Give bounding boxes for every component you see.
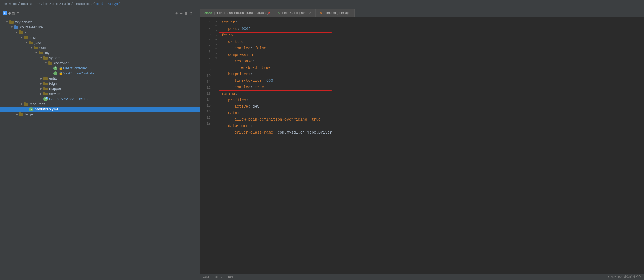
settings-icon[interactable]: ⚙ <box>190 11 192 16</box>
tab-feignconfig[interactable]: C FeignConfig.java ✕ <box>274 9 316 17</box>
tree-label: resources <box>30 102 45 106</box>
line-col: 18:1 <box>227 275 233 279</box>
tree-item-src[interactable]: ▼ src <box>0 30 200 35</box>
svg-text:y: y <box>31 108 32 111</box>
expand-arrow[interactable]: ▶ <box>15 113 19 116</box>
expand-arrow[interactable]: ▼ <box>44 62 48 64</box>
tree-label: target <box>25 112 34 116</box>
tree-item-xxy-service[interactable]: ▼ xxy-service <box>0 19 200 25</box>
tab-pomxml[interactable]: m pom.xml (user-api) <box>316 9 354 17</box>
code-line-4: okhttp: <box>222 39 644 45</box>
line-numbers: 1 2 3 4 5 6 7 8 9 10 11 12 13 14 15 16 1 <box>200 17 213 274</box>
tree-item-xxy[interactable]: ▼ xxy <box>0 50 200 55</box>
code-editor[interactable]: server: port: 9002 feign: okhttp: <box>219 17 644 274</box>
tree-item-mapper[interactable]: ▶ mapper <box>0 86 200 91</box>
code-line-14: active: dev <box>222 104 644 110</box>
tree-label: com <box>39 46 46 50</box>
folder-icon <box>19 30 24 34</box>
code-line-17: datasource: <box>222 123 644 129</box>
tree-label: system <box>49 56 60 60</box>
expand-arrow[interactable]: ▼ <box>19 36 24 39</box>
encoding: UTF-8 <box>215 275 223 279</box>
breadcrumb: service / course-service / src / main / … <box>0 0 644 8</box>
panel-icon: ≡ <box>3 11 7 15</box>
folder-icon <box>43 82 48 86</box>
svg-rect-0 <box>9 21 14 24</box>
expand-arrow[interactable]: ▶ <box>39 82 43 85</box>
tree-item-main[interactable]: ▼ main <box>0 35 200 40</box>
tree-item-course-service[interactable]: ▼ course-service <box>0 25 200 30</box>
svg-rect-22 <box>43 88 48 90</box>
tree-item-com[interactable]: ▼ com <box>0 45 200 50</box>
class-icon: C <box>53 71 58 75</box>
tree-label: XxyCourseController <box>63 71 96 75</box>
expand-arrow[interactable]: ▼ <box>24 41 29 44</box>
lock-badge: 🔒 <box>59 66 63 70</box>
svg-rect-15 <box>43 56 45 57</box>
tree-item-system[interactable]: ▼ system <box>0 55 200 60</box>
tree-item-entity[interactable]: ▶ entity <box>0 76 200 81</box>
panel-dropdown-btn[interactable]: ▼ <box>16 11 20 15</box>
expand-arrow[interactable]: ▼ <box>34 51 38 54</box>
code-line-2: port: 9002 <box>222 26 644 32</box>
tree-label: src <box>25 30 29 34</box>
code-line-5: enabled: false <box>222 45 644 52</box>
class-icon: C <box>53 66 58 70</box>
expand-arrow[interactable]: ▼ <box>10 26 14 29</box>
tree-label: java <box>35 40 41 45</box>
panel-header: ≡ 项目 ▼ ⊕ ≡ ⇅ ⚙ — <box>0 8 200 18</box>
close-icon[interactable]: — <box>194 11 197 16</box>
tree-label: HeartController <box>63 66 87 70</box>
java-icon: C <box>278 11 281 15</box>
folder-icon <box>43 77 48 80</box>
tree-label: CourseServiceApplication <box>49 97 89 101</box>
tree-item-java[interactable]: ▼ java <box>0 40 200 45</box>
code-line-7: response: <box>222 58 644 65</box>
tree-label: feign <box>49 81 57 86</box>
svg-rect-34 <box>19 113 23 116</box>
folder-icon <box>43 56 48 60</box>
expand-icon[interactable]: ⇅ <box>185 11 187 16</box>
expand-arrow[interactable]: ▼ <box>15 31 19 34</box>
status-bar: YAML UTF-8 18:1 CSDN @小咸鱼的技术杂 <box>200 274 644 280</box>
expand-arrow[interactable]: ▼ <box>39 56 43 59</box>
svg-rect-17 <box>48 61 50 62</box>
tree-item-service[interactable]: ▶ service <box>0 91 200 96</box>
tree-item-xxy-course-controller[interactable]: C 🔒 XxyCourseController <box>0 71 200 76</box>
code-line-12: spring: <box>222 91 644 97</box>
tree-item-target[interactable]: ▶ target <box>0 112 200 117</box>
folder-icon <box>43 87 48 91</box>
svg-rect-4 <box>19 31 23 34</box>
editor-panel: .class gnLoadBalancedConfiguration.class… <box>200 8 644 280</box>
expand-arrow[interactable]: ▶ <box>39 87 43 90</box>
tree-label: service <box>49 92 60 96</box>
project-tree: ▼ xxy-service ▼ course-service ▼ <box>0 18 200 280</box>
panel-title: ≡ 项目 ▼ <box>3 11 20 16</box>
pin-icon: 📌 <box>267 12 270 15</box>
tree-item-feign[interactable]: ▶ feign <box>0 81 200 86</box>
tree-item-bootstrap-yml[interactable]: y bootstrap.yml <box>0 107 200 112</box>
tree-item-course-service-app[interactable]: C ▶ CourseServiceApplication <box>0 96 200 101</box>
expand-arrow[interactable]: ▶ <box>39 77 43 80</box>
tab-gnloadbalanced[interactable]: .class gnLoadBalancedConfiguration.class… <box>200 9 274 17</box>
svg-rect-1 <box>9 20 11 21</box>
tree-label: xxy <box>44 51 50 55</box>
tree-label: entity <box>49 76 58 80</box>
tree-item-heart-controller[interactable]: C 🔒 HeartController <box>0 66 200 71</box>
xml-icon: m <box>319 11 322 15</box>
tab-close-btn[interactable]: ✕ <box>309 11 311 15</box>
folder-icon <box>43 92 48 96</box>
code-line-6: compression: <box>222 52 644 58</box>
yml-icon: y <box>29 107 33 111</box>
expand-arrow[interactable]: ▶ <box>39 92 43 95</box>
tree-item-resources[interactable]: ▼ resources <box>0 101 200 107</box>
expand-arrow[interactable]: ▼ <box>29 46 33 49</box>
expand-arrow[interactable]: ▼ <box>19 103 24 105</box>
expand-arrow[interactable]: ▼ <box>5 21 9 23</box>
svg-rect-35 <box>19 112 21 114</box>
locate-icon[interactable]: ⊕ <box>175 11 178 16</box>
editor-content: 1 2 3 4 5 6 7 8 9 10 11 12 13 14 15 16 1 <box>200 17 644 274</box>
folder-icon <box>19 112 24 116</box>
tree-item-controller[interactable]: ▼ controller <box>0 60 200 66</box>
collapse-icon[interactable]: ≡ <box>180 11 183 16</box>
